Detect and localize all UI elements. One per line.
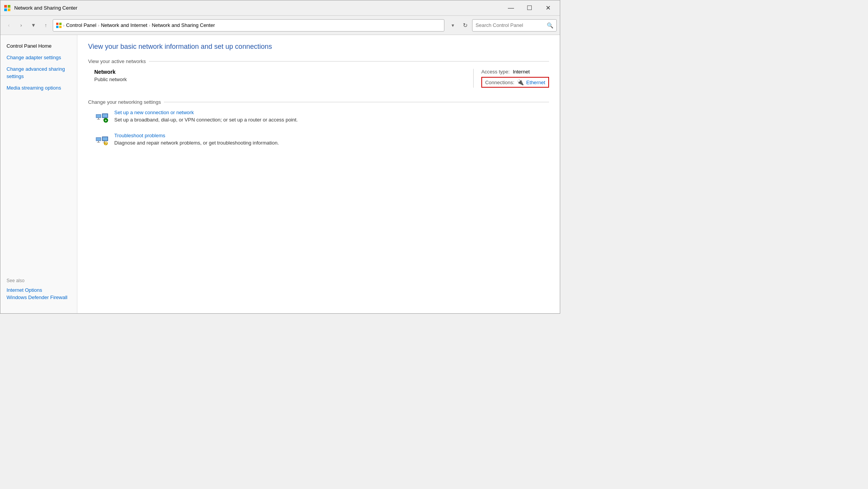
setup-connection-icon: + [94, 110, 110, 125]
app-icon [3, 4, 11, 12]
breadcrumb-network-internet[interactable]: Network and Internet [101, 22, 147, 28]
troubleshoot-icon: ? [94, 133, 110, 148]
window-controls: — ☐ ✕ [502, 2, 557, 14]
troubleshoot-item: ? Troubleshoot problems Diagnose and rep… [94, 133, 549, 148]
svg-rect-3 [97, 119, 100, 120]
ethernet-icon: 🔌 [517, 79, 524, 86]
networking-settings-header: Change your networking settings [88, 99, 549, 105]
breadcrumb-current: Network and Sharing Center [152, 22, 215, 28]
sidebar-item-control-panel-home[interactable]: Control Panel Home [0, 41, 77, 51]
breadcrumb-icon [56, 23, 62, 28]
setup-connection-text: Set up a new connection or network Set u… [114, 110, 549, 123]
networking-settings-line [164, 102, 549, 102]
svg-rect-5 [103, 114, 107, 117]
sidebar-item-media-streaming[interactable]: Media streaming options [0, 83, 77, 93]
refresh-button[interactable]: ↻ [460, 20, 471, 31]
networking-settings-title: Change your networking settings [88, 99, 161, 105]
see-also-internet-options[interactable]: Internet Options [7, 286, 71, 294]
sidebar: Control Panel Home Change adapter settin… [0, 35, 77, 313]
connections-row: Connections: 🔌 Ethernet [481, 77, 549, 88]
address-bar: ‹ › ▼ ↑ › Control Panel › Network and In… [0, 16, 560, 35]
setup-connection-link[interactable]: Set up a new connection or network [114, 110, 549, 115]
main-area: Control Panel Home Change adapter settin… [0, 35, 560, 313]
network-name: Network [94, 69, 466, 75]
search-button[interactable]: 🔍 [547, 22, 553, 28]
see-also-windows-firewall[interactable]: Windows Defender Firewall [7, 294, 71, 301]
access-type-row: Access type: Internet [481, 69, 549, 75]
recent-button[interactable]: ▼ [28, 20, 39, 31]
network-info: Network Public network Access type: Inte… [88, 69, 549, 88]
sidebar-bottom: See also Internet Options Windows Defend… [0, 272, 77, 307]
window-title: Network and Sharing Center [14, 5, 502, 11]
up-button[interactable]: ↑ [40, 20, 51, 31]
breadcrumb-control-panel[interactable]: Control Panel [66, 22, 97, 28]
setup-connection-desc: Set up a broadband, dial-up, or VPN conn… [114, 117, 298, 123]
active-networks-line [149, 61, 549, 62]
ethernet-link[interactable]: Ethernet [526, 80, 545, 85]
setup-connection-item: + Set up a new connection or network Set… [94, 110, 549, 125]
forward-button[interactable]: › [16, 20, 27, 31]
active-networks-header: View your active networks [88, 58, 549, 64]
network-type: Public network [94, 77, 466, 82]
troubleshoot-link[interactable]: Troubleshoot problems [114, 133, 549, 138]
back-button[interactable]: ‹ [3, 20, 14, 31]
minimize-button[interactable]: — [502, 2, 520, 14]
svg-text:?: ? [105, 141, 107, 146]
close-button[interactable]: ✕ [539, 2, 557, 14]
network-left: Network Public network [94, 69, 474, 88]
access-type-value: Internet [513, 69, 530, 75]
access-type-label: Access type: [481, 69, 510, 75]
troubleshoot-svg: ? [95, 133, 109, 147]
breadcrumb-dropdown[interactable]: ▼ [447, 20, 458, 31]
sidebar-item-change-adapter[interactable]: Change adapter settings [0, 53, 77, 63]
window: Network and Sharing Center — ☐ ✕ ‹ › ▼ ↑… [0, 0, 560, 314]
search-input[interactable] [476, 22, 547, 28]
svg-rect-1 [97, 115, 100, 117]
networking-settings-section: Change your networking settings [88, 99, 549, 148]
see-also-label: See also [7, 278, 71, 283]
svg-rect-15 [103, 137, 107, 140]
search-box: 🔍 [472, 19, 557, 32]
title-bar: Network and Sharing Center — ☐ ✕ [0, 0, 560, 16]
maximize-button[interactable]: ☐ [521, 2, 538, 14]
breadcrumb-bar: › Control Panel › Network and Internet ›… [53, 19, 444, 32]
sidebar-item-change-advanced[interactable]: Change advanced sharing settings [0, 64, 77, 81]
troubleshoot-desc: Diagnose and repair network problems, or… [114, 140, 279, 146]
page-title: View your basic network information and … [88, 43, 549, 51]
network-right: Access type: Internet Connections: 🔌 Eth… [474, 69, 549, 88]
settings-items: + Set up a new connection or network Set… [88, 110, 549, 148]
svg-rect-13 [97, 142, 100, 143]
svg-rect-12 [98, 141, 99, 142]
svg-rect-2 [98, 118, 99, 119]
svg-rect-11 [97, 138, 100, 140]
troubleshoot-text: Troubleshoot problems Diagnose and repai… [114, 133, 549, 146]
svg-text:+: + [105, 118, 107, 123]
active-networks-title: View your active networks [88, 58, 146, 64]
content-area: View your basic network information and … [77, 35, 560, 313]
connections-label: Connections: [485, 80, 514, 85]
setup-connection-svg: + [95, 110, 109, 124]
